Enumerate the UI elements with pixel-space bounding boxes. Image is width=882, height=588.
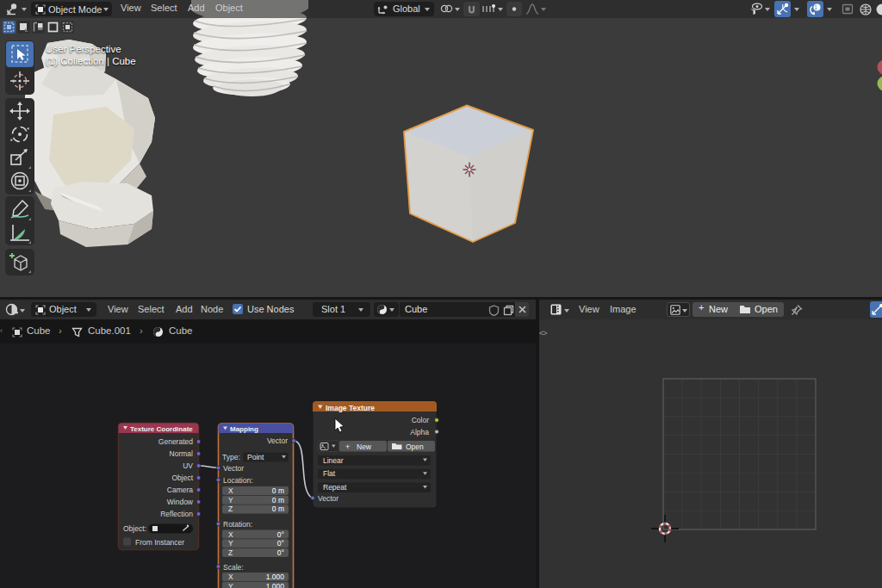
svg-text:X: X <box>228 573 233 581</box>
svg-text:1.000: 1.000 <box>266 573 285 581</box>
svg-text:Open: Open <box>406 443 424 451</box>
svg-text:Vector: Vector <box>318 494 339 503</box>
svg-text:Window: Window <box>167 498 194 506</box>
svg-text:Texture Coordinate: Texture Coordinate <box>130 425 193 433</box>
svg-text:Z: Z <box>228 548 233 557</box>
svg-text:Object: Object <box>171 473 193 482</box>
svg-text:Image Texture: Image Texture <box>326 404 375 412</box>
svg-text:0 m: 0 m <box>272 486 284 495</box>
svg-text:Y: Y <box>228 496 233 504</box>
svg-text:Vector: Vector <box>267 436 288 445</box>
svg-text:Scale:: Scale: <box>223 563 244 572</box>
svg-text:Linear: Linear <box>323 456 344 465</box>
svg-text:Y: Y <box>228 539 233 548</box>
svg-text:1.000: 1.000 <box>266 582 285 588</box>
svg-text:0 m: 0 m <box>272 496 284 504</box>
svg-text:Flat: Flat <box>323 469 336 478</box>
svg-text:Normal: Normal <box>170 449 194 458</box>
svg-text:Point: Point <box>247 453 264 461</box>
svg-text:Y: Y <box>228 582 233 588</box>
svg-text:New: New <box>357 443 372 451</box>
svg-text:Alpha: Alpha <box>410 428 429 436</box>
svg-text:Generated: Generated <box>158 437 193 446</box>
svg-text:Mapping: Mapping <box>230 425 258 433</box>
svg-text:Color: Color <box>412 416 429 424</box>
svg-text:Camera: Camera <box>167 486 194 494</box>
svg-text:1: 1 <box>814 4 817 10</box>
svg-text:Vector: Vector <box>223 464 244 473</box>
svg-text:+: + <box>345 443 350 451</box>
svg-text:0°: 0° <box>277 530 284 539</box>
svg-text:0 m: 0 m <box>272 504 284 513</box>
svg-text:Z: Z <box>228 504 233 513</box>
svg-text:Repeat: Repeat <box>323 483 347 492</box>
svg-text:Object:: Object: <box>123 524 146 533</box>
svg-text:Reflection: Reflection <box>160 510 193 518</box>
svg-text:Type:: Type: <box>222 453 240 461</box>
svg-text:0°: 0° <box>277 539 284 548</box>
svg-text:X: X <box>228 486 233 495</box>
svg-text:0°: 0° <box>277 548 284 557</box>
svg-text:X: X <box>228 530 233 539</box>
svg-text:From Instancer: From Instancer <box>135 538 184 547</box>
svg-text:Rotation:: Rotation: <box>223 520 252 529</box>
svg-text:UV: UV <box>183 461 193 470</box>
svg-text:Location:: Location: <box>223 476 253 485</box>
